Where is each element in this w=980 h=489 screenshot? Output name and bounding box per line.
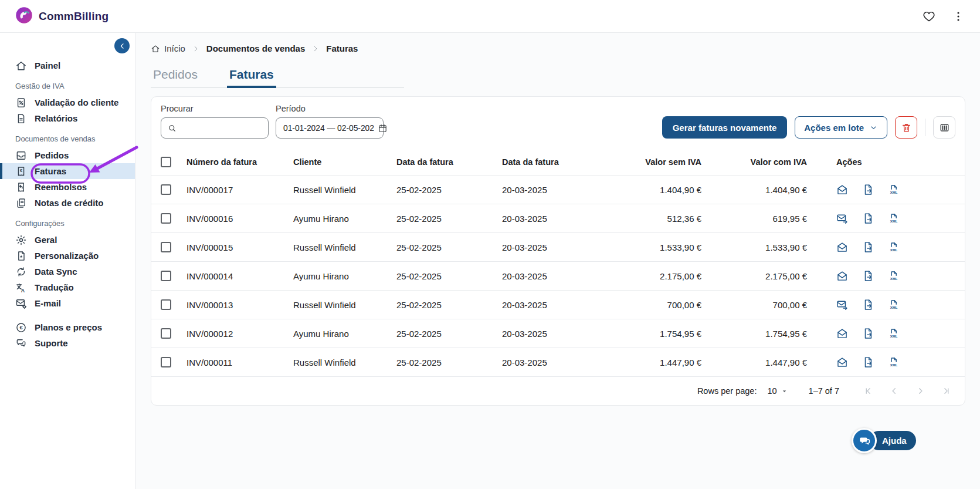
translate-icon: A [15, 282, 27, 294]
xml-file-icon[interactable]: XML [888, 299, 900, 311]
row-checkbox[interactable] [161, 184, 171, 195]
sidebar-item-geral[interactable]: Geral [0, 232, 135, 248]
columns-icon [939, 122, 950, 133]
xml-file-icon[interactable]: XML [888, 270, 900, 282]
row-checkbox[interactable] [161, 213, 171, 224]
open-mail-icon[interactable] [836, 241, 848, 253]
due-date-cell: 20-03-2025 [502, 358, 598, 367]
pagination-nav [863, 385, 952, 397]
sidebar-item-label: Tradução [35, 282, 74, 292]
export-file-icon[interactable] [862, 184, 874, 195]
sidebar-item-faturas[interactable]: € Faturas [0, 163, 135, 179]
pagination-range: 1–7 of 7 [809, 386, 839, 396]
table-toolbar: Gerar faturas novamente Ações em lote [662, 116, 955, 139]
help-chat-button[interactable] [852, 428, 877, 453]
regenerate-invoices-button[interactable]: Gerar faturas novamente [662, 116, 788, 139]
favorite-heart-icon[interactable] [923, 10, 935, 23]
due-date-cell: 20-03-2025 [502, 329, 598, 339]
export-file-icon[interactable] [862, 213, 874, 224]
table-row[interactable]: INV/000014 Ayumu Hirano 25-02-2025 20-03… [151, 261, 965, 290]
xml-file-icon[interactable]: XML [888, 241, 900, 253]
net-amount-cell: 1.404,90 € [598, 185, 701, 195]
breadcrumb-item-sales-docs[interactable]: Documentos de vendas [206, 43, 305, 53]
previous-page-icon[interactable] [889, 385, 900, 397]
svg-text:A: A [21, 287, 25, 293]
first-page-icon[interactable] [863, 385, 874, 397]
sidebar-item-data-sync[interactable]: Data Sync [0, 264, 135, 279]
row-checkbox[interactable] [161, 357, 171, 367]
table-row[interactable]: INV/000011 Russell Winfield 25-02-2025 2… [151, 348, 965, 376]
xml-file-icon[interactable]: XML [888, 213, 900, 224]
sidebar-item-reembolsos[interactable]: Reembolsos [0, 179, 135, 195]
export-file-icon[interactable] [862, 299, 874, 311]
row-checkbox[interactable] [161, 271, 171, 281]
row-checkbox[interactable] [161, 299, 171, 310]
send-mail-icon[interactable] [836, 213, 848, 224]
column-header-actions: Ações [807, 157, 955, 167]
open-mail-icon[interactable] [836, 270, 848, 282]
xml-file-icon[interactable]: XML [888, 184, 900, 195]
last-page-icon[interactable] [940, 385, 952, 397]
svg-text:XML: XML [890, 220, 898, 223]
filters-row: Procurar Período 01-01-2024 — 02-05-202 [151, 97, 965, 149]
sidebar-item-planos-e-precos[interactable]: € Planos e preços [0, 319, 135, 335]
due-date-cell: 20-03-2025 [502, 300, 598, 310]
next-page-icon[interactable] [914, 385, 926, 397]
sidebar-collapse-button[interactable] [114, 38, 130, 53]
table-row[interactable]: INV/000015 Russell Winfield 25-02-2025 2… [151, 232, 965, 261]
invoice-date-cell: 25-02-2025 [396, 214, 502, 224]
gross-amount-cell: 1.533,90 € [701, 242, 807, 252]
open-mail-icon[interactable] [836, 356, 848, 368]
table-row[interactable]: INV/000013 Russell Winfield 25-02-2025 2… [151, 290, 965, 319]
sidebar-item-painel[interactable]: Painel [0, 58, 135, 73]
invoice-date-cell: 25-02-2025 [396, 271, 502, 281]
export-file-icon[interactable] [862, 356, 874, 368]
sidebar-item-suporte[interactable]: Suporte [0, 335, 135, 351]
due-date-cell: 20-03-2025 [502, 271, 598, 281]
sidebar-item-label: Notas de crédito [35, 198, 104, 208]
select-all-checkbox[interactable] [161, 157, 171, 167]
rows-per-page-select[interactable]: 10 [767, 386, 787, 396]
sidebar-item-pedidos[interactable]: Pedidos [0, 147, 135, 163]
delete-button[interactable] [895, 116, 917, 139]
search-input[interactable] [181, 123, 262, 133]
tab-faturas[interactable]: Faturas [227, 68, 276, 88]
brand-logo[interactable]: CommBilling [15, 6, 108, 26]
client-cell: Russell Winfield [293, 242, 396, 252]
svg-text:XML: XML [890, 335, 898, 338]
trash-icon [901, 122, 912, 133]
open-mail-icon[interactable] [836, 328, 848, 339]
invoice-number-cell: INV/000016 [186, 214, 293, 224]
gross-amount-cell: 700,00 € [701, 300, 807, 310]
table-row[interactable]: INV/000016 Ayumu Hirano 25-02-2025 20-03… [151, 204, 965, 232]
column-settings-button[interactable] [933, 116, 955, 139]
xml-file-icon[interactable]: XML [888, 356, 900, 368]
gross-amount-cell: 1.404,90 € [701, 185, 807, 195]
open-mail-icon[interactable] [836, 184, 848, 195]
tab-pedidos[interactable]: Pedidos [151, 68, 200, 87]
export-file-icon[interactable] [862, 241, 874, 253]
sidebar-item-notas-de-credito[interactable]: Notas de crédito [0, 195, 135, 211]
bulk-actions-button[interactable]: Ações em lote [795, 116, 887, 139]
kebab-menu-icon[interactable] [952, 10, 965, 23]
column-header-gross: Valor com IVA [701, 157, 807, 167]
export-file-icon[interactable] [862, 270, 874, 282]
table-row[interactable]: INV/000017 Russell Winfield 25-02-2025 2… [151, 175, 965, 204]
svg-text:€: € [20, 168, 23, 173]
sidebar-item-validacao-do-cliente[interactable]: Validação do cliente [0, 95, 135, 110]
sync-icon [15, 266, 27, 278]
row-checkbox[interactable] [161, 328, 171, 339]
send-mail-icon[interactable] [836, 299, 848, 311]
table-row[interactable]: INV/000012 Ayumu Hirano 25-02-2025 20-03… [151, 319, 965, 348]
breadcrumb-home[interactable]: Início [151, 43, 185, 53]
row-checkbox[interactable] [161, 242, 171, 252]
chevron-right-icon [311, 45, 320, 53]
sidebar-item-traducao[interactable]: A Tradução [0, 279, 135, 295]
xml-file-icon[interactable]: XML [888, 328, 900, 339]
sidebar-item-relatorios[interactable]: Relatórios [0, 110, 135, 126]
sidebar-item-personalizacao[interactable]: Personalização [0, 248, 135, 264]
export-file-icon[interactable] [862, 328, 874, 339]
invoice-date-cell: 25-02-2025 [396, 242, 502, 252]
period-range-input[interactable]: 01-01-2024 — 02-05-202 [276, 117, 384, 139]
sidebar-item-email[interactable]: E-mail [0, 295, 135, 311]
